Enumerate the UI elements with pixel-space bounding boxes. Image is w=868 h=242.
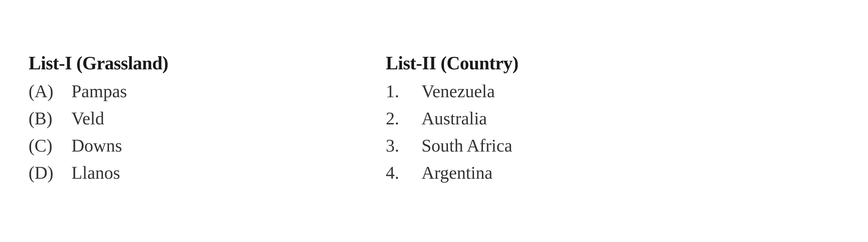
list-item: (A) Pampas bbox=[29, 81, 279, 102]
item-text-veld: Veld bbox=[71, 108, 104, 129]
item-label-c: (C) bbox=[29, 135, 64, 156]
item-country-venezuela: Venezuela bbox=[421, 81, 495, 102]
list-item: 4. Argentina bbox=[386, 162, 518, 183]
list-one: List-I (Grassland) (A) Pampas (B) Veld (… bbox=[29, 53, 279, 189]
item-number-1: 1. bbox=[386, 81, 411, 102]
item-text-pampas: Pampas bbox=[71, 81, 127, 102]
list-item: 1. Venezuela bbox=[386, 81, 518, 102]
item-label-a: (A) bbox=[29, 81, 64, 102]
item-number-2: 2. bbox=[386, 108, 411, 129]
item-text-llanos: Llanos bbox=[71, 162, 120, 183]
list-item: (D) Llanos bbox=[29, 162, 279, 183]
item-label-d: (D) bbox=[29, 162, 64, 183]
item-country-argentina: Argentina bbox=[421, 162, 493, 183]
item-text-downs: Downs bbox=[71, 135, 122, 156]
item-country-australia: Australia bbox=[421, 108, 487, 129]
item-number-3: 3. bbox=[386, 135, 411, 156]
item-number-4: 4. bbox=[386, 162, 411, 183]
list-item: 2. Australia bbox=[386, 108, 518, 129]
content-wrapper: List-I (Grassland) (A) Pampas (B) Veld (… bbox=[29, 53, 839, 189]
item-country-south-africa: South Africa bbox=[421, 135, 512, 156]
list-item: (B) Veld bbox=[29, 108, 279, 129]
item-label-b: (B) bbox=[29, 108, 64, 129]
list-one-header: List-I (Grassland) bbox=[29, 53, 279, 74]
list-item: (C) Downs bbox=[29, 135, 279, 156]
list-two: List-II (Country) 1. Venezuela 2. Austra… bbox=[386, 53, 518, 189]
list-item: 3. South Africa bbox=[386, 135, 518, 156]
list-two-header: List-II (Country) bbox=[386, 53, 518, 74]
